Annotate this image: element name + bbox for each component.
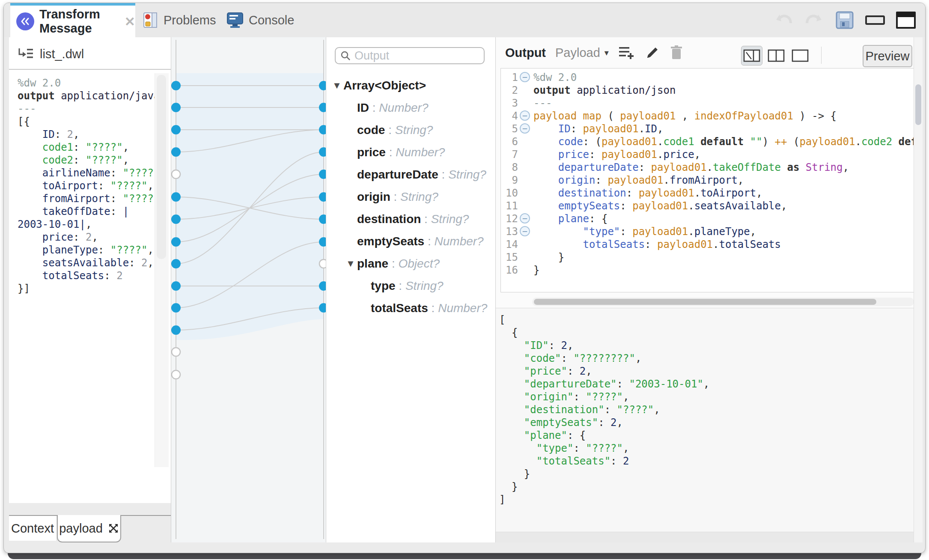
minimize-icon[interactable] [865,15,885,25]
view-script-button[interactable] [790,46,810,65]
tree-row[interactable]: ID : Number? [332,97,493,119]
edit-icon[interactable] [645,45,660,60]
tree-row[interactable]: price : Number? [332,141,493,164]
divider-mapping-tree[interactable] [326,37,326,542]
app-window: Transform Message ✕ Problems Console [3,3,926,553]
input-port-dot[interactable] [171,303,181,313]
undo-icon[interactable] [774,11,793,29]
fold-spacer [520,162,530,172]
tab-transform-message[interactable]: Transform Message ✕ [10,3,135,37]
tree-field-type: Number? [435,235,484,248]
input-port-dot[interactable] [171,103,181,112]
tab-context[interactable]: Context [9,516,56,541]
code-line: code1: "????", [18,141,155,154]
tab-console[interactable]: Console [226,3,294,37]
mapping-canvas[interactable] [171,37,326,542]
code-line: "departureDate": "2003-10-01", [499,378,709,390]
fold-toggle-icon[interactable]: − [520,226,530,236]
input-port-dot-empty[interactable] [172,348,180,356]
tree-row[interactable]: code : String? [332,119,493,141]
tree-row[interactable]: totalSeats : Number? [332,297,493,319]
divider-input-mapping[interactable] [171,37,171,542]
fold-toggle-icon[interactable]: − [520,123,530,134]
code-line: } [499,480,709,493]
tree-row[interactable]: departureDate : String? [332,164,493,186]
tree-expand-icon[interactable]: ▼ [346,258,357,269]
code-line: "totalSeats": 2 [499,455,709,468]
output-tree: ▼Array<Object>ID : Number?code : String?… [332,74,493,319]
input-port-dot[interactable] [171,81,181,90]
code-line: %dw 2.0 [18,77,155,89]
input-port-dot-empty[interactable] [172,370,180,379]
tree-row[interactable]: ▼Array<Object> [332,74,493,97]
tree-field-name: Array<Object> [343,79,426,92]
tree-row[interactable]: destination : String? [332,208,493,230]
collapse-icon[interactable] [108,523,119,534]
preview-hscrollbar[interactable] [496,532,914,542]
tree-expand-icon[interactable]: ▼ [332,80,343,91]
tree-row[interactable]: type : String? [332,275,493,297]
code-line: seatsAvailable: 2, [18,256,155,269]
script-panel-header: Output Payload ▾ [496,37,923,68]
code-line: 13− "type": payload01.planeType, [501,225,914,238]
input-port-dot[interactable] [171,125,181,134]
code-line: "plane": { [499,429,709,442]
input-port-dot[interactable] [171,147,181,157]
input-port-dot-empty[interactable] [172,170,180,179]
tree-field-name: type [371,279,396,293]
dataweave-script-editor[interactable]: 1−%dw 2.02output application/json3---4−p… [500,68,914,292]
tree-row[interactable]: origin : String? [332,186,493,208]
fold-toggle-icon[interactable]: − [520,72,530,82]
output-tree-panel: Output ▼Array<Object>ID : Number?code : … [326,37,495,542]
line-number: 13 [501,225,518,238]
input-port-dot[interactable] [171,237,181,247]
input-editor-scrollbar[interactable] [155,73,169,467]
input-port-dot[interactable] [171,214,181,224]
output-port-dot-empty[interactable] [319,259,326,268]
input-port-dot[interactable] [171,281,181,291]
script-hscrollbar[interactable] [532,298,914,306]
chevron-down-icon[interactable]: ▾ [604,48,609,58]
delete-icon[interactable] [670,45,683,60]
tree-row[interactable]: ▼plane : Object? [332,253,493,275]
output-search-input[interactable]: Output [335,47,485,64]
code-line: ID: 2, [18,128,155,141]
mapping-graph[interactable] [171,37,326,542]
maximize-icon[interactable] [896,12,916,29]
divider-tree-script[interactable] [495,37,496,542]
script-lines: 1−%dw 2.02output application/json3---4−p… [501,71,914,277]
fold-toggle-icon[interactable]: − [520,213,530,223]
close-tab-icon[interactable]: ✕ [125,14,135,29]
fold-toggle-icon[interactable]: − [520,110,530,121]
line-number: 12 [501,212,518,225]
input-code-editor[interactable]: %dw 2.0output application/java---[{ ID: … [18,77,155,295]
tab-payload[interactable]: payload [57,515,121,542]
search-icon [340,50,351,61]
redo-icon[interactable] [804,11,824,29]
code-line: 16} [501,264,914,277]
tree-field-type: String? [400,190,438,204]
code-line: "type": "????", [499,442,709,455]
tab-problems[interactable]: Problems [143,3,216,37]
code-line: "origin": "????", [499,390,709,403]
editor-tabstrip: Transform Message ✕ Problems Console [4,3,925,37]
tree-field-type: String? [395,123,433,137]
code-line: 7 price: payload01.price, [501,148,914,161]
add-transformation-icon[interactable] [618,45,635,60]
view-graphical-button[interactable] [741,46,762,66]
output-label: Output [505,46,546,60]
input-port-dot[interactable] [171,259,181,268]
script-vscrollbar[interactable] [914,37,923,542]
preview-button[interactable]: Preview [863,45,912,67]
save-icon[interactable] [835,11,854,30]
input-port-dot[interactable] [171,192,181,202]
view-split-button[interactable] [766,46,786,65]
code-line: "destination": "????", [499,403,709,416]
line-number: 6 [501,135,518,148]
tree-row[interactable]: emptySeats : Number? [332,230,493,253]
payload-dropdown[interactable]: Payload [555,46,600,60]
input-port-dot[interactable] [171,325,181,335]
line-number: 11 [501,200,518,212]
code-line: "code": "????????", [499,352,709,365]
code-line: takeOffDate: | [18,205,155,218]
